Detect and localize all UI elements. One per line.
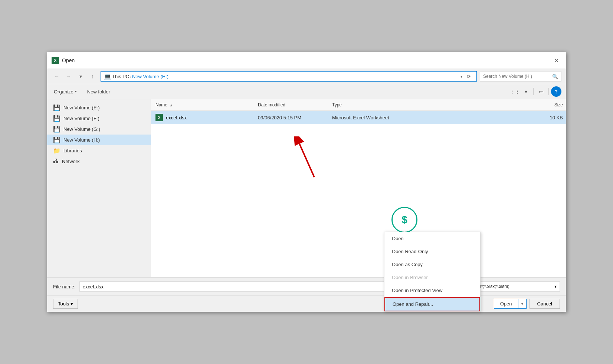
tools-button[interactable]: Tools ▾ xyxy=(53,299,78,309)
drive-e-icon: 💾 xyxy=(53,104,60,111)
open-button-group: Open ▾ xyxy=(494,299,527,309)
address-current: New Volume (H:) xyxy=(132,74,168,79)
view-dropdown-button[interactable]: ▾ xyxy=(521,87,531,96)
watermark-badge: $ xyxy=(391,207,417,233)
sidebar-item-network[interactable]: 🖧 Network xyxy=(47,156,151,166)
file-type-cell: Microsoft Excel Worksheet xyxy=(329,113,529,123)
menu-item-open-as-copy[interactable]: Open as Copy xyxy=(384,258,480,271)
toolbar-divider xyxy=(533,88,534,95)
content-area: 💾 New Volume (E:) 💾 New Volume (F:) 💾 Ne… xyxy=(47,99,566,277)
file-row[interactable]: X excel.xlsx 09/06/2020 5:15 PM Microsof… xyxy=(151,111,566,124)
view-buttons: ⋮⋮ ▾ ▭ ? xyxy=(509,86,561,97)
file-name-cell: X excel.xlsx xyxy=(151,112,255,123)
computer-icon: 💻 xyxy=(104,73,111,80)
up-button[interactable]: ↑ xyxy=(87,71,98,82)
menu-item-open-protected[interactable]: Open in Protected View xyxy=(384,284,480,297)
nav-dropdown-button[interactable]: ▾ xyxy=(75,71,86,82)
bottom-actions: Tools ▾ Open ▾ Cancel Open Open Read-Onl… xyxy=(47,295,566,312)
sidebar-item-g-label: New Volume (G:) xyxy=(63,126,100,132)
libraries-icon: 📁 xyxy=(53,147,60,154)
sidebar-item-e-label: New Volume (E:) xyxy=(63,105,100,110)
column-size-header[interactable]: Size xyxy=(529,101,566,109)
menu-item-open[interactable]: Open xyxy=(384,232,480,245)
organize-button[interactable]: Organize ▾ xyxy=(52,88,79,96)
sidebar-item-libraries-label: Libraries xyxy=(63,148,82,153)
search-icon: 🔍 xyxy=(552,74,558,79)
open-dropdown-chevron-icon: ▾ xyxy=(521,302,523,306)
bottom-bar: File name: excel.xlsx ▾ All Excel Files … xyxy=(47,277,566,295)
address-parts: 💻 This PC › New Volume (H:) xyxy=(104,73,459,80)
preview-pane-button[interactable]: ▭ xyxy=(536,87,546,96)
nav-bar: ← → ▾ ↑ 💻 This PC › New Volume (H:) ▾ ⟳ xyxy=(47,69,566,84)
title-bar: X Open ✕ xyxy=(47,52,566,69)
organize-dropdown-icon: ▾ xyxy=(75,90,77,93)
open-dialog: X Open ✕ ← → ▾ ↑ 💻 This PC › New Volume … xyxy=(47,52,566,312)
drive-h-icon: 💾 xyxy=(53,136,60,143)
column-type-header[interactable]: Type xyxy=(329,101,529,109)
refresh-button[interactable]: ⟳ xyxy=(464,72,473,81)
file-excel-icon: X xyxy=(155,114,163,121)
column-name-header[interactable]: Name ∧ xyxy=(151,101,255,109)
file-name-value: excel.xlsx xyxy=(83,284,104,289)
file-name-label: File name: xyxy=(53,284,76,289)
open-context-menu: Open Open Read-Only Open as Copy Open in… xyxy=(384,232,481,312)
file-list-header: Name ∧ Date modified Type Size xyxy=(151,99,566,111)
sidebar-item-network-label: Network xyxy=(62,159,80,164)
sidebar-item-f-label: New Volume (F:) xyxy=(63,116,99,121)
toolbar-divider-2 xyxy=(548,88,549,95)
annotation-arrow xyxy=(292,136,322,182)
menu-item-open-browser[interactable]: Open in Browser xyxy=(384,271,480,284)
address-root: This PC xyxy=(112,74,129,79)
file-size-cell: 10 KB xyxy=(529,113,566,123)
search-input[interactable] xyxy=(483,74,551,79)
sidebar-item-e[interactable]: 💾 New Volume (E:) xyxy=(47,102,151,113)
close-button[interactable]: ✕ xyxy=(551,55,561,66)
sidebar-item-h-label: New Volume (H:) xyxy=(63,137,100,143)
file-date-cell: 09/06/2020 5:15 PM xyxy=(255,113,329,123)
menu-item-open-readonly[interactable]: Open Read-Only xyxy=(384,245,480,258)
column-date-header[interactable]: Date modified xyxy=(255,101,329,109)
sidebar-item-h[interactable]: 💾 New Volume (H:) xyxy=(47,135,151,145)
excel-app-icon: X xyxy=(52,57,59,64)
sidebar-item-g[interactable]: 💾 New Volume (G:) xyxy=(47,124,151,135)
details-view-button[interactable]: ⋮⋮ xyxy=(509,87,520,96)
svg-line-1 xyxy=(299,144,314,177)
network-icon: 🖧 xyxy=(53,158,59,165)
drive-f-icon: 💾 xyxy=(53,115,60,122)
toolbar: Organize ▾ New folder ⋮⋮ ▾ ▭ ? xyxy=(47,84,566,99)
sidebar: 💾 New Volume (E:) 💾 New Volume (F:) 💾 Ne… xyxy=(47,99,151,277)
cancel-button[interactable]: Cancel xyxy=(530,299,560,309)
help-button[interactable]: ? xyxy=(551,86,561,97)
file-type-dropdown-icon: ▾ xyxy=(554,284,557,289)
sidebar-item-f[interactable]: 💾 New Volume (F:) xyxy=(47,113,151,124)
open-button[interactable]: Open xyxy=(494,299,518,309)
file-list: Name ∧ Date modified Type Size X excel.x… xyxy=(151,99,566,277)
title-bar-left: X Open xyxy=(52,57,75,64)
forward-button[interactable]: → xyxy=(63,71,74,82)
new-folder-button[interactable]: New folder xyxy=(85,88,112,96)
file-name-text: excel.xlsx xyxy=(166,115,187,120)
dialog-title: Open xyxy=(62,57,75,63)
sort-icon: ∧ xyxy=(170,103,173,107)
back-button[interactable]: ← xyxy=(52,71,62,82)
address-chevron-icon: ▾ xyxy=(460,75,462,79)
drive-g-icon: 💾 xyxy=(53,126,60,133)
search-box[interactable]: 🔍 xyxy=(480,71,561,82)
open-dropdown-button[interactable]: ▾ xyxy=(518,299,527,309)
menu-item-open-repair[interactable]: Open and Repair... xyxy=(384,297,480,311)
tools-dropdown-icon: ▾ xyxy=(71,301,73,307)
address-bar[interactable]: 💻 This PC › New Volume (H:) ▾ ⟳ xyxy=(101,71,477,82)
sidebar-item-libraries[interactable]: 📁 Libraries xyxy=(47,145,151,156)
